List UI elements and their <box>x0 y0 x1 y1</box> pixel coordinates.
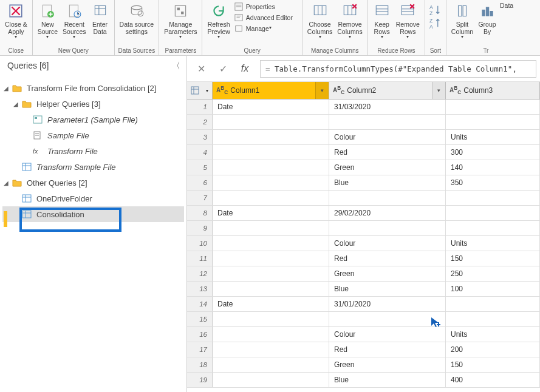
manage-button[interactable]: Manage ▾ <box>233 23 299 34</box>
cell[interactable]: 350 <box>446 175 540 190</box>
tree-item-transformfile[interactable]: fxTransform File <box>2 143 184 159</box>
cell[interactable]: Date <box>213 206 329 220</box>
cell[interactable]: 31/01/2020 <box>329 297 446 311</box>
cell[interactable]: Red <box>329 251 446 266</box>
row-number[interactable]: 1 <box>187 100 213 114</box>
cell[interactable]: Green <box>329 357 446 372</box>
properties-button[interactable]: Properties <box>233 1 299 12</box>
row-number[interactable]: 11 <box>187 251 213 266</box>
row-number[interactable]: 7 <box>187 191 213 205</box>
row-number[interactable]: 4 <box>187 145 213 160</box>
cell[interactable]: Blue <box>329 373 446 387</box>
cell[interactable] <box>329 191 446 205</box>
table-row[interactable]: 17Red200 <box>187 342 540 357</box>
cell[interactable] <box>213 312 329 326</box>
recent-sources-button[interactable]: Recent Sources▾ <box>60 1 89 41</box>
keep-rows-button[interactable]: Keep Rows▾ <box>371 1 394 41</box>
cell[interactable]: Date <box>213 100 329 114</box>
cell[interactable]: Red <box>329 342 446 357</box>
tree-item-parameter1[interactable]: Parameter1 (Sample File) <box>2 112 184 127</box>
row-number[interactable]: 9 <box>187 221 213 235</box>
cell[interactable] <box>213 327 329 342</box>
row-number[interactable]: 15 <box>187 312 213 326</box>
remove-columns-button[interactable]: Remove Columns▾ <box>335 1 364 41</box>
table-row[interactable]: 9 <box>187 221 540 236</box>
tree-group-other[interactable]: ◢Other Queries [2] <box>2 175 184 191</box>
table-corner[interactable]: ▾ <box>187 82 213 99</box>
row-number[interactable]: 14 <box>187 297 213 311</box>
table-row[interactable]: 19Blue400 <box>187 373 540 388</box>
row-number[interactable]: 3 <box>187 130 213 144</box>
cell[interactable]: Units <box>446 130 540 144</box>
tree-item-transformsample[interactable]: Transform Sample File <box>2 159 184 175</box>
filter-button[interactable]: ▾ <box>432 82 445 99</box>
data-type-button[interactable]: Data <box>499 1 523 10</box>
refresh-preview-button[interactable]: Refresh Preview▾ <box>205 1 232 41</box>
table-row[interactable]: 10ColourUnits <box>187 236 540 251</box>
remove-rows-button[interactable]: Remove Rows▾ <box>394 1 422 41</box>
table-row[interactable]: 3ColourUnits <box>187 130 540 145</box>
accept-formula-button[interactable]: ✓ <box>213 59 233 78</box>
formula-input[interactable] <box>260 60 536 78</box>
cell[interactable]: Green <box>329 160 446 175</box>
cell[interactable]: 400 <box>446 373 540 387</box>
column-header-column1[interactable]: ABCColumn1▾ <box>213 82 329 99</box>
tree-item-consolidation[interactable]: Consolidation <box>2 206 184 222</box>
cell[interactable] <box>213 145 329 160</box>
cell[interactable]: 100 <box>446 282 540 296</box>
cell[interactable]: 250 <box>446 266 540 281</box>
column-header-column2[interactable]: ABCColumn2▾ <box>329 82 446 99</box>
row-number[interactable]: 6 <box>187 175 213 190</box>
cell[interactable] <box>213 282 329 296</box>
cell[interactable] <box>213 221 329 235</box>
tree-item-onedrive[interactable]: OneDriveFolder <box>2 191 184 206</box>
table-row[interactable]: 1Date31/03/2020 <box>187 100 540 115</box>
data-source-settings-button[interactable]: Data source settings <box>117 1 157 36</box>
column-header-column3[interactable]: ABCColumn3 <box>446 82 540 99</box>
cell[interactable]: Red <box>329 145 446 160</box>
table-row[interactable]: 8Date29/02/2020 <box>187 206 540 221</box>
cell[interactable] <box>213 373 329 387</box>
fx-button[interactable]: fx <box>234 59 255 78</box>
choose-columns-button[interactable]: Choose Columns▾ <box>305 1 335 41</box>
row-number[interactable]: 8 <box>187 206 213 220</box>
collapse-pane-button[interactable]: 〈 <box>172 61 180 72</box>
table-row[interactable]: 7 <box>187 191 540 206</box>
cell[interactable]: Colour <box>329 130 446 144</box>
cell[interactable] <box>446 100 540 114</box>
table-row[interactable]: 16ColourUnits <box>187 327 540 342</box>
cell[interactable]: Units <box>446 327 540 342</box>
cell[interactable] <box>213 357 329 372</box>
cancel-formula-button[interactable]: ✕ <box>191 59 211 78</box>
cell[interactable]: 31/03/2020 <box>329 100 446 114</box>
filter-button[interactable]: ▾ <box>315 82 329 99</box>
cell[interactable]: Units <box>446 236 540 251</box>
cell[interactable] <box>446 206 540 220</box>
cell[interactable] <box>329 221 446 235</box>
table-row[interactable]: 2 <box>187 115 540 130</box>
table-row[interactable]: 18Green150 <box>187 357 540 373</box>
cell[interactable]: Green <box>329 266 446 281</box>
new-source-button[interactable]: New Source▾ <box>35 1 60 41</box>
cell[interactable] <box>446 115 540 129</box>
cell[interactable] <box>329 312 446 326</box>
cell[interactable]: 140 <box>446 160 540 175</box>
group-by-button[interactable]: Group By <box>476 1 499 41</box>
table-row[interactable]: 14Date31/01/2020 <box>187 297 540 312</box>
row-number[interactable]: 17 <box>187 342 213 357</box>
table-row[interactable]: 11Red150 <box>187 251 540 266</box>
table-row[interactable]: 15 <box>187 312 540 327</box>
cell[interactable] <box>213 251 329 266</box>
row-number[interactable]: 18 <box>187 357 213 372</box>
cell[interactable]: Date <box>213 297 329 311</box>
cell[interactable] <box>213 191 329 205</box>
cell[interactable] <box>329 115 446 129</box>
cell[interactable]: 29/02/2020 <box>329 206 446 220</box>
cell[interactable]: Colour <box>329 327 446 342</box>
cell[interactable] <box>446 221 540 235</box>
advanced-editor-button[interactable]: Advanced Editor <box>233 12 299 23</box>
row-number[interactable]: 13 <box>187 282 213 296</box>
row-number[interactable]: 12 <box>187 266 213 281</box>
cell[interactable]: Colour <box>329 236 446 251</box>
cell[interactable] <box>213 236 329 251</box>
